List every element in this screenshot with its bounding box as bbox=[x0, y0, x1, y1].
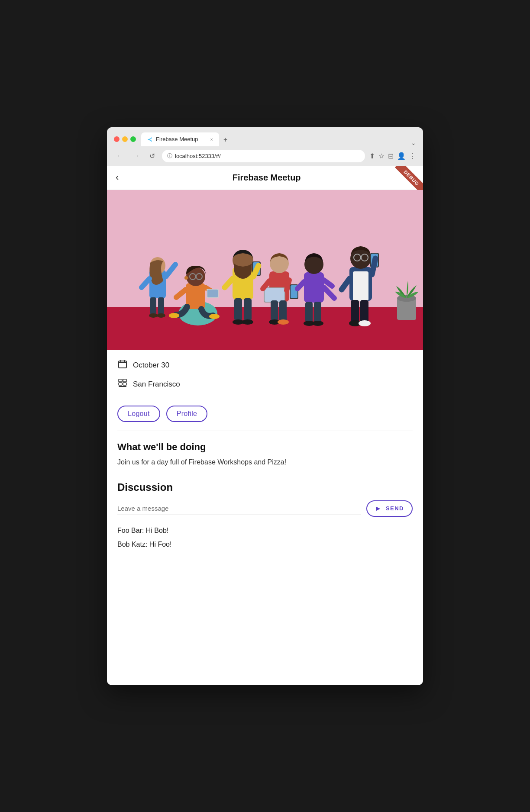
svg-rect-54 bbox=[353, 271, 368, 301]
svg-line-62 bbox=[342, 279, 349, 290]
svg-line-6 bbox=[142, 279, 149, 287]
browser-window: ≺ Firebase Meetup × + ⌄ ← → ↺ ⓘ localhos… bbox=[107, 127, 423, 685]
svg-line-61 bbox=[372, 258, 375, 274]
list-item: Bob Katz: Hi Foo! bbox=[117, 539, 413, 550]
browser-actions: ⬆ ☆ ⊟ 👤 ⋮ bbox=[369, 152, 416, 160]
profile-button[interactable]: 👤 bbox=[397, 152, 406, 160]
list-item: Foo Bar: Hi Bob! bbox=[117, 525, 413, 536]
message-input-row: ► SEND bbox=[117, 500, 413, 517]
description-section: What we'll be doing Join us for a day fu… bbox=[107, 431, 423, 474]
active-tab[interactable]: ≺ Firebase Meetup × bbox=[141, 132, 219, 146]
svg-rect-42 bbox=[304, 272, 324, 303]
event-date-row: October 30 bbox=[117, 359, 413, 372]
svg-point-20 bbox=[169, 313, 179, 318]
svg-rect-28 bbox=[234, 298, 242, 321]
svg-rect-29 bbox=[244, 298, 252, 321]
tab-chevron-button[interactable]: ⌄ bbox=[411, 139, 416, 146]
description-heading: What we'll be doing bbox=[117, 441, 413, 453]
buttons-row: Logout Profile bbox=[107, 406, 423, 431]
svg-rect-19 bbox=[207, 290, 218, 297]
svg-rect-69 bbox=[119, 361, 126, 368]
svg-point-52 bbox=[312, 321, 323, 326]
svg-rect-50 bbox=[314, 302, 321, 322]
svg-rect-39 bbox=[279, 300, 287, 321]
flutter-icon: ≺ bbox=[147, 136, 152, 143]
svg-point-15 bbox=[184, 276, 188, 280]
message-input[interactable] bbox=[117, 502, 361, 515]
send-button[interactable]: ► SEND bbox=[366, 500, 413, 517]
description-body: Join us for a day full of Firebase Works… bbox=[117, 457, 413, 467]
svg-line-27 bbox=[225, 279, 233, 287]
svg-rect-49 bbox=[305, 302, 313, 322]
message-list: Foo Bar: Hi Bob! Bob Katz: Hi Foo! bbox=[117, 520, 413, 550]
browser-titlebar: ≺ Firebase Meetup × + ⌄ bbox=[107, 127, 423, 146]
traffic-light-close[interactable] bbox=[114, 136, 120, 142]
tab-bar: ≺ Firebase Meetup × + ⌄ bbox=[141, 132, 416, 146]
event-info: October 30 San Francisco bbox=[107, 350, 423, 406]
svg-rect-38 bbox=[271, 300, 278, 321]
svg-point-31 bbox=[242, 319, 253, 325]
svg-rect-77 bbox=[119, 386, 126, 387]
event-location: San Francisco bbox=[133, 380, 180, 389]
traffic-light-maximize[interactable] bbox=[130, 136, 136, 142]
svg-rect-73 bbox=[119, 379, 122, 382]
svg-point-41 bbox=[278, 319, 289, 325]
svg-rect-76 bbox=[123, 383, 126, 385]
tab-title: Firebase Meetup bbox=[156, 136, 198, 142]
svg-rect-3 bbox=[150, 297, 156, 315]
profile-button[interactable]: Profile bbox=[166, 406, 207, 422]
app-container: ‹ Firebase Meetup DEBUG bbox=[107, 166, 423, 685]
logout-button[interactable]: Logout bbox=[117, 406, 160, 422]
svg-rect-75 bbox=[123, 379, 126, 382]
send-label: SEND bbox=[386, 505, 404, 512]
hero-image bbox=[107, 190, 423, 350]
nav-back-button[interactable]: ← bbox=[114, 151, 126, 161]
svg-point-8 bbox=[157, 313, 165, 318]
event-location-row: San Francisco bbox=[117, 378, 413, 391]
svg-line-46 bbox=[297, 282, 304, 289]
discussion-section: Discussion ► SEND Foo Bar: Hi Bob! Bob K… bbox=[107, 474, 423, 560]
svg-line-37 bbox=[287, 280, 289, 290]
tab-close-button[interactable]: × bbox=[210, 137, 213, 142]
svg-line-48 bbox=[324, 287, 334, 298]
sidebar-button[interactable]: ⊟ bbox=[388, 152, 394, 160]
hero-illustration bbox=[107, 190, 423, 350]
svg-point-66 bbox=[359, 320, 371, 326]
menu-button[interactable]: ⋮ bbox=[409, 152, 416, 160]
location-icon bbox=[117, 378, 128, 391]
send-icon: ► bbox=[375, 505, 382, 512]
traffic-light-minimize[interactable] bbox=[122, 136, 128, 142]
bookmark-button[interactable]: ☆ bbox=[378, 152, 385, 160]
svg-rect-34 bbox=[265, 288, 284, 302]
svg-rect-4 bbox=[158, 297, 164, 315]
svg-point-7 bbox=[149, 313, 158, 318]
svg-rect-64 bbox=[360, 300, 368, 322]
event-date: October 30 bbox=[133, 361, 169, 370]
app-title: Firebase Meetup bbox=[119, 173, 414, 183]
svg-line-16 bbox=[176, 290, 186, 297]
svg-rect-74 bbox=[119, 383, 122, 385]
new-tab-button[interactable]: + bbox=[219, 133, 232, 146]
svg-rect-63 bbox=[351, 300, 359, 322]
nav-refresh-button[interactable]: ↺ bbox=[147, 151, 158, 161]
url-text: localhost:52333/#/ bbox=[175, 153, 221, 159]
address-bar-row: ← → ↺ ⓘ localhost:52333/#/ ⬆ ☆ ⊟ 👤 ⋮ bbox=[107, 146, 423, 166]
discussion-heading: Discussion bbox=[117, 481, 413, 493]
traffic-lights bbox=[114, 136, 136, 142]
security-icon: ⓘ bbox=[167, 152, 172, 160]
nav-forward-button[interactable]: → bbox=[130, 151, 142, 161]
svg-point-21 bbox=[209, 314, 220, 319]
app-header: ‹ Firebase Meetup DEBUG bbox=[107, 166, 423, 190]
calendar-icon bbox=[117, 359, 128, 372]
message-input-wrapper bbox=[117, 502, 361, 515]
address-bar[interactable]: ⓘ localhost:52333/#/ bbox=[162, 150, 365, 162]
app-back-button[interactable]: ‹ bbox=[116, 173, 119, 182]
svg-line-5 bbox=[166, 264, 175, 277]
share-button[interactable]: ⬆ bbox=[369, 152, 375, 160]
